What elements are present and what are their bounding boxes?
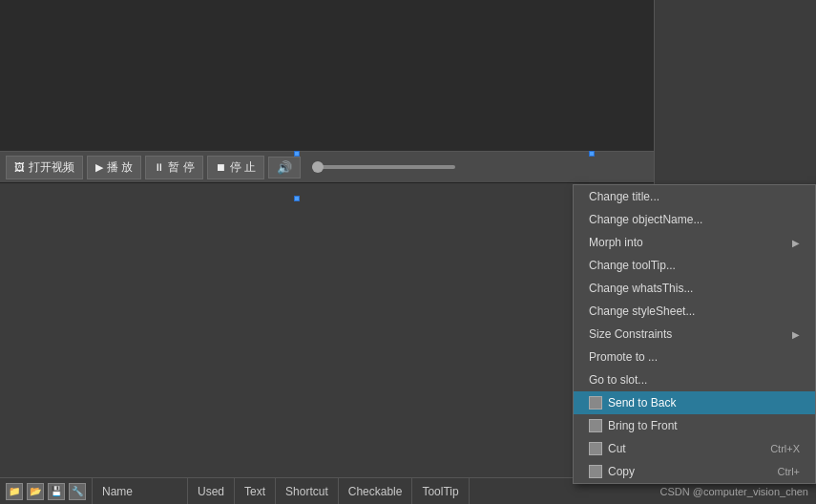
status-icon-save[interactable]: 💾 xyxy=(48,483,65,500)
selection-handle-top-right[interactable] xyxy=(589,151,595,157)
col-tooltip-label: ToolTip xyxy=(422,485,458,498)
copy-icon xyxy=(589,465,602,478)
ctx-change-stylesheet[interactable]: Change styleSheet... xyxy=(574,300,815,323)
status-col-tooltip: ToolTip xyxy=(412,478,469,504)
change-object-name-label: Change objectName... xyxy=(589,213,702,226)
cut-icon xyxy=(589,442,602,455)
promote-to-label: Promote to ... xyxy=(589,350,658,364)
copy-shortcut: Ctrl+ xyxy=(777,466,800,477)
col-checkable-label: Checkable xyxy=(348,485,403,498)
ctx-change-object-name[interactable]: Change objectName... xyxy=(574,208,815,231)
morph-into-arrow: ▶ xyxy=(792,238,800,248)
cut-label: Cut xyxy=(608,442,626,455)
cut-shortcut: Ctrl+X xyxy=(770,443,800,454)
ctx-promote-to[interactable]: Promote to ... xyxy=(574,346,815,368)
status-col-name: Name xyxy=(93,478,188,504)
send-to-back-icon xyxy=(589,396,602,410)
ctx-change-title[interactable]: Change title... xyxy=(574,185,815,208)
ctx-change-tooltip[interactable]: Change toolTip... xyxy=(574,254,815,277)
col-text-label: Text xyxy=(244,485,265,498)
change-stylesheet-label: Change styleSheet... xyxy=(589,304,695,318)
status-col-text: Text xyxy=(235,478,276,504)
change-title-label: Change title... xyxy=(589,190,659,203)
copy-label: Copy xyxy=(608,465,635,478)
col-shortcut-label: Shortcut xyxy=(285,485,328,498)
col-name-label: Name xyxy=(102,485,133,498)
send-to-back-label: Send to Back xyxy=(608,396,676,410)
status-icon-open[interactable]: 📂 xyxy=(27,483,44,500)
ctx-bring-to-front[interactable]: Bring to Front xyxy=(574,414,815,437)
status-icon-settings[interactable]: 🔧 xyxy=(69,483,86,500)
selection-handle-bottom-left[interactable] xyxy=(294,196,300,201)
col-used-label: Used xyxy=(198,485,224,498)
change-tooltip-label: Change toolTip... xyxy=(589,259,676,272)
csdn-watermark: CSDN @computer_vision_chen xyxy=(660,486,808,497)
ctx-morph-into[interactable]: Morph into ▶ xyxy=(574,231,815,254)
status-col-checkable: Checkable xyxy=(339,478,413,504)
status-bar-icons: 📁 📂 💾 🔧 xyxy=(0,478,93,504)
ctx-send-to-back[interactable]: Send to Back xyxy=(574,391,815,414)
bring-to-front-label: Bring to Front xyxy=(608,419,678,432)
status-col-used: Used xyxy=(188,478,235,504)
status-columns: Name Used Text Shortcut Checkable ToolTi… xyxy=(93,478,653,504)
size-constraints-arrow: ▶ xyxy=(792,329,800,340)
size-constraints-label: Size Constraints xyxy=(589,327,672,341)
context-menu: Change title... Change objectName... Mor… xyxy=(573,184,816,484)
go-to-slot-label: Go to slot... xyxy=(589,373,647,387)
bring-to-front-icon xyxy=(589,419,602,432)
selection-handle-top-left[interactable] xyxy=(294,151,300,157)
ctx-go-to-slot[interactable]: Go to slot... xyxy=(574,368,815,391)
ctx-change-whats-this[interactable]: Change whatsThis... xyxy=(574,277,815,300)
ctx-size-constraints[interactable]: Size Constraints ▶ xyxy=(574,323,815,346)
ctx-cut[interactable]: Cut Ctrl+X xyxy=(574,437,815,460)
widget-selection-area xyxy=(0,151,592,409)
change-whats-this-label: Change whatsThis... xyxy=(589,282,693,295)
status-icon-new[interactable]: 📁 xyxy=(6,483,23,500)
ctx-copy[interactable]: Copy Ctrl+ xyxy=(574,460,815,483)
status-col-shortcut: Shortcut xyxy=(276,478,339,504)
morph-into-label: Morph into xyxy=(589,236,643,249)
